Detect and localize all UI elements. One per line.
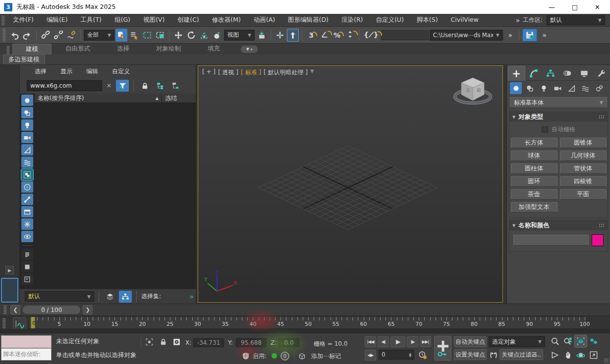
current-frame-field[interactable]: 0 ▲▼ — [379, 350, 414, 360]
menu-item[interactable]: 图形编辑器(D) — [281, 16, 335, 24]
explorer-list-view-icon[interactable] — [21, 249, 33, 260]
layer-explorer-icon[interactable] — [104, 291, 116, 303]
explorer-menu-编辑[interactable]: 编辑 — [80, 67, 104, 76]
bind-to-space-warp-icon[interactable] — [65, 29, 77, 42]
explorer-menu-显示[interactable]: 显示 — [55, 67, 78, 76]
menu-overflow-chevron-icon[interactable]: » — [515, 16, 519, 24]
time-slider[interactable]: 0 / 100 — [22, 305, 81, 314]
pan-hand-icon[interactable] — [562, 349, 574, 361]
maximize-viewport-toggle-icon[interactable] — [588, 349, 600, 361]
primitive-button-加强型文本[interactable]: 加强型文本 — [511, 202, 557, 212]
add-time-tag[interactable]: 添加⋯标记 — [311, 352, 341, 361]
next-frame-icon[interactable]: |▶ — [407, 336, 418, 347]
spinner-snap-icon[interactable] — [344, 29, 356, 42]
menu-item[interactable]: 文件(F) — [6, 16, 40, 24]
project-path-dropdown[interactable]: C:\Users\ww⋯ds Max 2025▼ — [430, 30, 503, 41]
viewport-shading-menu[interactable]: [ 默认明暗处理 ] — [264, 68, 308, 77]
selection-lock-icon[interactable] — [159, 337, 168, 347]
undo-icon[interactable] — [8, 29, 20, 42]
column-name[interactable]: 名称(按升序排序) ▲ — [35, 94, 162, 103]
menu-item[interactable]: 视图(V) — [137, 16, 171, 24]
explorer-material-view-icon[interactable] — [21, 261, 33, 272]
ribbon-tab-对象绘制[interactable]: 对象绘制 — [143, 44, 194, 54]
primitive-button-圆环[interactable]: 圆环 — [511, 176, 557, 187]
reference-coordsys-dropdown[interactable]: 视图▼ — [224, 30, 255, 41]
select-link-icon[interactable] — [40, 29, 52, 42]
key-brackets-icon[interactable] — [489, 350, 498, 360]
primitive-button-球体[interactable]: 球体 — [511, 151, 557, 161]
primitive-button-管状体[interactable]: 管状体 — [560, 163, 607, 174]
auto-key-button[interactable]: 自动关键点 — [454, 336, 487, 347]
select-and-rotate-icon[interactable] — [185, 29, 197, 42]
go-to-start-icon[interactable]: |◀◀ — [365, 336, 376, 347]
display-visibility-icon[interactable] — [21, 231, 33, 242]
y-coordinate-field[interactable]: 95.688 — [236, 338, 267, 347]
zoom-extents-all-icon[interactable] — [588, 335, 600, 347]
space-warps-category-icon[interactable] — [579, 82, 591, 94]
rollout-grip-icon[interactable] — [599, 223, 605, 227]
primitive-button-长方体[interactable]: 长方体 — [511, 138, 557, 148]
ribbon-panel-tab[interactable]: 多边形建模 — [3, 54, 45, 64]
select-and-manipulate-icon[interactable] — [274, 29, 286, 42]
redo-icon[interactable] — [21, 29, 33, 42]
primitive-button-圆锥体[interactable]: 圆锥体 — [560, 138, 607, 148]
menu-item[interactable]: 渲染(R) — [335, 16, 369, 24]
snap-toggle-3d-icon[interactable]: 3 — [305, 29, 317, 42]
select-and-scale-icon[interactable] — [198, 29, 210, 42]
motion-tab[interactable] — [559, 66, 575, 81]
time-tag-cube-icon[interactable] — [297, 352, 307, 361]
enabled-indicator-dot[interactable] — [272, 353, 277, 359]
next-frame-arrow-icon[interactable]: ❯ — [83, 305, 93, 314]
primitive-button-平面[interactable]: 平面 — [560, 189, 607, 200]
menu-item[interactable]: 工具(T) — [74, 16, 108, 24]
window-resize-grip[interactable] — [604, 358, 609, 363]
create-tab[interactable] — [508, 66, 525, 81]
display-space-warps-icon[interactable] — [21, 156, 33, 168]
display-cameras-icon[interactable] — [21, 132, 33, 143]
expand-panel-arrow-icon[interactable]: ▶ — [5, 266, 14, 274]
systems-category-icon[interactable] — [593, 82, 605, 94]
display-geometry-icon[interactable] — [21, 95, 33, 106]
explorer-overflow-chevron-icon[interactable]: » — [189, 293, 193, 301]
clear-search-icon[interactable]: ✕ — [105, 82, 113, 89]
primitive-button-四棱锥[interactable]: 四棱锥 — [560, 176, 607, 187]
select-and-move-icon[interactable] — [172, 29, 184, 42]
hierarchy-tab[interactable] — [543, 66, 559, 81]
explorer-search-input[interactable]: www.x6g.com — [27, 80, 102, 91]
go-to-end-icon[interactable]: ▶▶| — [420, 336, 431, 347]
use-pivot-center-icon[interactable] — [256, 29, 268, 42]
selection-set-dropdown[interactable]: 选定对象 ▼ — [489, 336, 545, 347]
viewport-general-menu[interactable]: [ + ] — [202, 68, 216, 77]
menu-item[interactable]: 脚本(S) — [410, 16, 444, 24]
display-containers-icon[interactable] — [21, 206, 33, 217]
field-of-view-icon[interactable] — [549, 349, 561, 361]
workspace-dropdown[interactable]: 默认 ▼ — [547, 15, 605, 25]
zoom-extents-icon[interactable] — [575, 335, 587, 347]
isolate-selection-icon[interactable] — [145, 337, 154, 347]
display-lights-icon[interactable] — [21, 119, 33, 131]
object-color-swatch[interactable] — [592, 234, 604, 246]
timeline-ruler[interactable]: 0510152025303540455055606570758085909510… — [29, 316, 587, 329]
expand-hierarchy-icon[interactable] — [154, 80, 166, 92]
autogrid-checkbox[interactable] — [542, 126, 548, 133]
ribbon-tab-填充[interactable]: 填充 — [195, 44, 233, 54]
lock-icon[interactable] — [138, 80, 151, 92]
shapes-category-icon[interactable] — [524, 82, 536, 94]
explorer-menu-选择[interactable]: 选择 — [29, 67, 53, 76]
object-category-dropdown[interactable]: 标准基本体 ▼ — [510, 97, 607, 108]
viewport-filter-icon[interactable]: ▼ — [310, 68, 314, 77]
time-slider-grip[interactable] — [3, 305, 7, 314]
key-filters-button[interactable]: 关键点过滤器.. — [499, 349, 543, 360]
percent-snap-icon[interactable]: % — [331, 29, 343, 42]
utilities-tab[interactable] — [593, 66, 609, 81]
display-combo-icon[interactable] — [21, 169, 33, 180]
angle-snap-icon[interactable] — [318, 29, 330, 42]
edit-named-selection-sets-icon[interactable]: {⟋} — [362, 29, 380, 42]
cameras-category-icon[interactable] — [552, 82, 563, 94]
maxscript-macro-recorder[interactable] — [1, 335, 52, 348]
menu-item[interactable]: 动画(A) — [247, 16, 281, 24]
app-icon[interactable]: 3 — [4, 3, 12, 11]
maximize-button[interactable]: □ — [572, 3, 578, 11]
select-object-button[interactable] — [115, 29, 127, 42]
display-particles-icon[interactable] — [21, 218, 33, 230]
